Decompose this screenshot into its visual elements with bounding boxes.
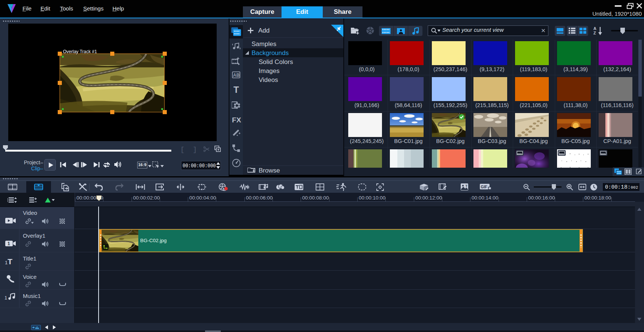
svg-text:GIF: GIF bbox=[481, 185, 488, 189]
svg-text:1: 1 bbox=[7, 241, 10, 246]
svg-text:T: T bbox=[466, 184, 468, 188]
svg-text:AB: AB bbox=[233, 73, 240, 78]
